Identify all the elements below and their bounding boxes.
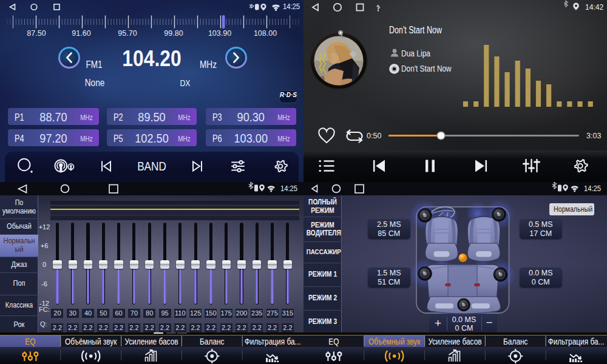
svg-text:EQ: EQ — [328, 337, 339, 346]
svg-text:Объёмный звук: Объёмный звук — [368, 337, 421, 346]
svg-text:87.50: 87.50 — [27, 29, 46, 38]
svg-text:BAND: BAND — [137, 160, 166, 174]
svg-text:Фильтрация ба...: Фильтрация ба... — [245, 337, 301, 346]
svg-text:99.80: 99.80 — [164, 29, 183, 38]
svg-text:14:25: 14:25 — [283, 2, 300, 12]
svg-text:Фильтрация ба...: Фильтрация ба... — [548, 337, 605, 346]
svg-text:Баланс: Баланс — [200, 337, 225, 346]
svg-text:Усиление басов: Усиление басов — [124, 337, 178, 346]
svg-text:103.90: 103.90 — [208, 29, 231, 38]
svg-text:EQ: EQ — [25, 337, 35, 346]
svg-text:95.70: 95.70 — [118, 29, 137, 38]
svg-text:Объёмный звук: Объёмный звук — [65, 337, 117, 346]
svg-text:91.60: 91.60 — [72, 29, 90, 38]
svg-text:Усиление басов: Усиление басов — [428, 337, 481, 346]
svg-text:Баланс: Баланс — [503, 337, 528, 346]
svg-text:108.00: 108.00 — [254, 29, 277, 38]
svg-text:14:25: 14:25 — [280, 184, 297, 194]
